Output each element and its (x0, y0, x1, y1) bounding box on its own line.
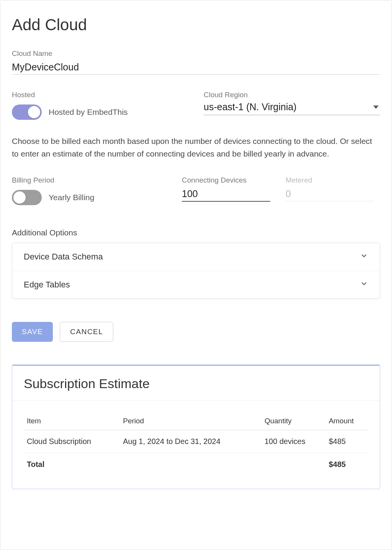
hosted-toggle-label: Hosted by EmbedThis (49, 108, 128, 117)
hosted-label: Hosted (12, 91, 188, 99)
estimate-header-period: Period (120, 412, 261, 430)
estimate-header-quantity: Quantity (261, 412, 326, 430)
cancel-button[interactable]: Cancel (60, 322, 113, 342)
cloud-region-select[interactable]: us-east-1 (N. Virginia) (204, 101, 380, 115)
cloud-name-label: Cloud Name (12, 49, 380, 58)
table-row: Cloud Subscription Aug 1, 2024 to Dec 31… (24, 430, 368, 453)
table-total-row: Total $485 (24, 453, 368, 476)
accordion-item-label: Device Data Schema (24, 252, 103, 262)
connecting-devices-label: Connecting Devices (182, 176, 270, 184)
billing-period-toggle[interactable] (12, 190, 42, 205)
metered-input (286, 187, 374, 201)
billing-period-label: Billing Period (12, 176, 167, 184)
estimate-table: Item Period Quantity Amount Cloud Subscr… (24, 412, 368, 476)
metered-label: Metered (286, 176, 374, 184)
estimate-header-item: Item (24, 412, 120, 430)
estimate-total-amount: $485 (326, 453, 368, 476)
caret-down-icon (373, 104, 379, 111)
additional-options-accordion: Device Data Schema Edge Tables (12, 243, 380, 299)
accordion-item-edge-tables[interactable]: Edge Tables (12, 271, 380, 299)
accordion-item-label: Edge Tables (24, 280, 70, 290)
hosted-toggle[interactable] (12, 104, 42, 120)
accordion-item-device-data-schema[interactable]: Device Data Schema (12, 243, 380, 271)
billing-description: Choose to be billed each month based upo… (12, 135, 380, 160)
estimate-header-amount: Amount (326, 412, 368, 430)
chevron-down-icon (360, 251, 368, 262)
cloud-region-value: us-east-1 (N. Virginia) (204, 101, 297, 112)
connecting-devices-input[interactable] (182, 187, 270, 202)
estimate-cell-item: Cloud Subscription (24, 430, 120, 453)
cloud-name-input[interactable] (12, 60, 380, 75)
estimate-cell-period: Aug 1, 2024 to Dec 31, 2024 (120, 430, 261, 453)
estimate-total-label: Total (24, 453, 120, 476)
cloud-region-label: Cloud Region (204, 91, 380, 99)
additional-options-title: Additional Options (12, 228, 380, 237)
chevron-down-icon (360, 279, 368, 290)
page-title: Add Cloud (12, 16, 380, 34)
billing-period-toggle-label: Yearly Billing (49, 193, 94, 202)
estimate-cell-amount: $485 (326, 430, 368, 453)
estimate-cell-quantity: 100 devices (261, 430, 326, 453)
subscription-estimate-card: Subscription Estimate Item Period Quanti… (12, 365, 380, 489)
save-button[interactable]: Save (12, 322, 53, 342)
subscription-estimate-title: Subscription Estimate (24, 376, 368, 391)
